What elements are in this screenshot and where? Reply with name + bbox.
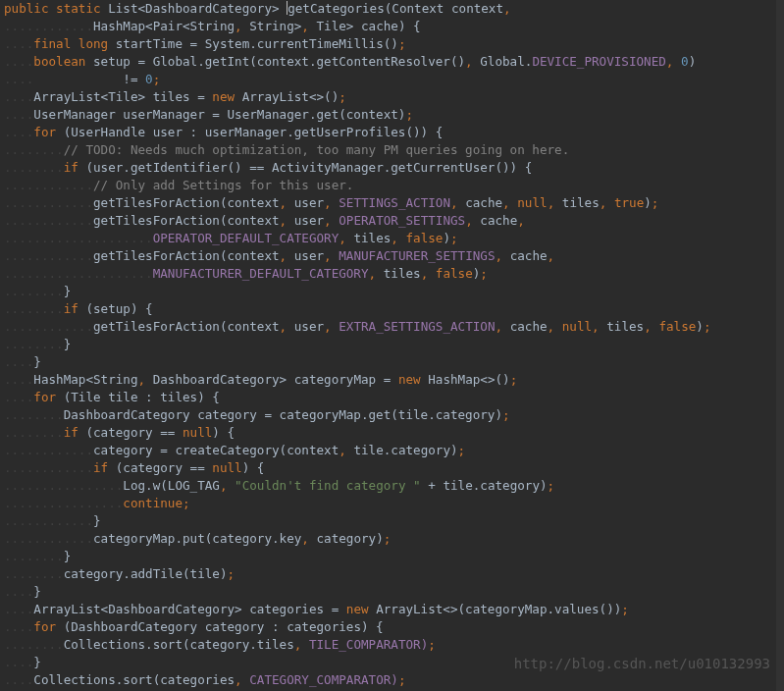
kw-for: for [33,619,56,634]
txt: (Tile tile : tiles) { [56,390,220,404]
indent: ............ [4,195,93,210]
txt: tile.category) [346,443,458,457]
txt: ArrayList<>() [235,89,339,104]
indent: ............ [4,443,93,457]
indent: .... [4,125,33,139]
txt: tiles [554,195,600,210]
txt: (category == [108,460,212,475]
kw-static: static [56,1,101,16]
txt: tiles [346,231,392,245]
comma: , [517,213,525,228]
txt: + tile.category) [421,478,548,493]
comma: , [301,19,309,33]
txt: user [287,319,324,334]
txt: cache [458,195,503,210]
indent: ........ [4,637,64,652]
txt: != [33,72,145,86]
kw-if: if [93,460,108,475]
indent: ............ [4,248,93,263]
semi: ; [428,637,436,652]
txt: tiles [376,266,421,281]
indent: .... [4,619,33,634]
txt: HashMap<>() [421,372,510,387]
comma: , [465,213,473,228]
kw-final: final [33,36,71,51]
kw-null: null [212,460,241,475]
semi: ; [480,266,488,281]
indent: .... [4,72,33,86]
const: OPERATOR_SETTINGS [332,213,465,228]
indent: .... [4,372,33,387]
kw-null: null [562,319,592,334]
indent: ............ [4,531,93,546]
kw-false: false [436,266,473,281]
txt: getTilesForAction(context [93,213,280,228]
txt: Global. [473,54,533,69]
code-editor[interactable]: public static List<DashboardCategory> ge… [0,0,784,689]
rbrace: } [64,337,72,351]
indent: .................... [4,266,153,281]
num-zero: 0 [681,54,689,69]
txt: (category == [78,425,183,440]
txt: List<DashboardCategory> [101,1,287,16]
comma: , [502,195,510,210]
indent: ................ [4,496,123,510]
const: MANUFACTURER_DEFAULT_CATEGORY [153,266,369,281]
comment: // Only add Settings for this user. [93,178,353,192]
semi: ; [339,89,346,104]
const: TILE_COMPARATOR) [301,637,428,652]
indent: ............ [4,19,93,33]
indent: ........ [4,142,64,157]
kw-false: false [406,231,444,245]
comma: , [324,213,332,228]
comma: , [548,248,555,263]
txt: (setup) { [78,301,153,316]
kw-new: new [346,602,369,616]
kw-null: null [517,195,547,210]
txt: category.addTile(tile) [64,566,228,581]
txt: tiles [600,319,645,334]
txt: getTilesForAction(context [93,248,280,263]
comma: , [324,248,332,263]
txt: HashMap<Pair<String [93,19,235,33]
comma: , [235,19,242,33]
comma: , [465,54,473,69]
txt: setup = Global.getInt(context.getContent… [85,54,465,69]
semi: ; [405,107,413,122]
semi: ; [153,72,161,86]
indent: ................ [4,478,123,493]
comma: , [644,319,652,334]
kw-public: public [4,1,49,16]
indent: .... [4,107,33,122]
txt: (DashboardCategory category : categories… [56,619,384,634]
kw-false: false [658,319,696,334]
rbrace: } [64,284,72,298]
comma: , [495,248,502,263]
kw-long: long [78,36,108,51]
kw-for: for [33,125,56,139]
indent: ............ [4,460,93,475]
indent: ........ [4,284,64,298]
txt: ) { [212,425,235,440]
txt: UserManager userManager = UserManager.ge… [33,107,405,122]
txt: DashboardCategory category = categoryMap… [64,407,502,422]
txt: category) [309,531,384,546]
comma: , [369,266,377,281]
txt: category = createCategory(context [93,443,339,457]
semi: ; [384,531,392,546]
num-zero: 0 [145,72,153,86]
comma: , [495,319,502,334]
indent: ............ [4,513,93,528]
indent: .... [4,655,33,669]
const: MANUFACTURER_SETTINGS [332,248,496,263]
txt: cache [473,213,518,228]
semi: ; [398,36,406,51]
const: SETTINGS_ACTION [332,195,450,210]
kw-true: true [614,195,644,210]
indent: .... [4,390,33,404]
txt: getTilesForAction(context [93,319,280,334]
comma: , [235,672,242,687]
indent: .... [4,36,33,51]
txt: categoryMap.put(category.key [93,531,301,546]
txt: HashMap<String [33,372,137,387]
